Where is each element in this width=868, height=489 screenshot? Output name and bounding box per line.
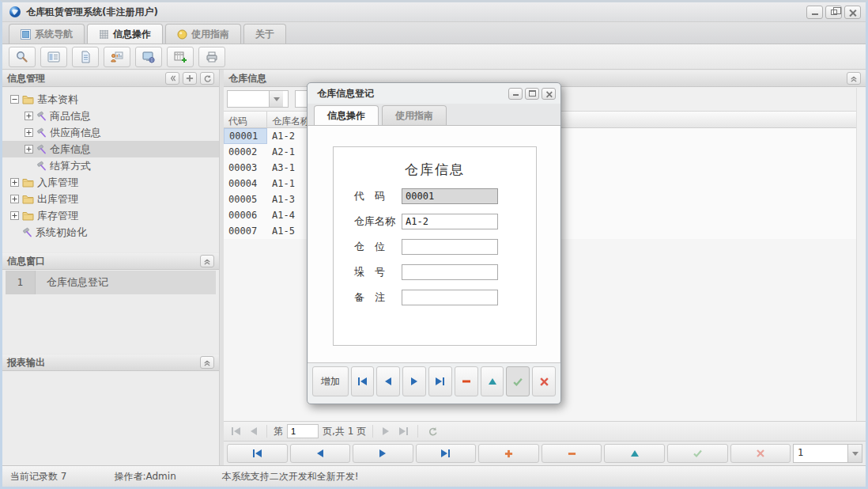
tree-node-outbound[interactable]: 出库管理: [2, 191, 219, 207]
record-save-button[interactable]: [667, 444, 728, 463]
printer-button[interactable]: [198, 47, 225, 67]
user-report-button[interactable]: [104, 47, 130, 67]
prev-record-button[interactable]: [376, 366, 400, 396]
tab-system-nav[interactable]: 系统导航: [9, 24, 85, 44]
last-page-icon: [399, 427, 406, 435]
filter-combo[interactable]: [227, 90, 289, 108]
slot-field[interactable]: [402, 239, 498, 255]
panel-title: 信息管理: [7, 72, 45, 85]
record-cancel-button[interactable]: [730, 444, 791, 463]
cell-code[interactable]: 00001: [224, 128, 267, 144]
last-record-button[interactable]: [428, 366, 452, 396]
record-first-button[interactable]: [227, 444, 288, 463]
tree-node-settlement[interactable]: 结算方式: [2, 157, 219, 174]
expand-box-icon[interactable]: [10, 211, 19, 220]
tab-label: 使用指南: [191, 28, 229, 41]
page-number-input[interactable]: [287, 424, 319, 438]
dialog-tab-info-operation[interactable]: 信息操作: [314, 105, 379, 125]
page-last-button[interactable]: [396, 427, 411, 435]
dialog-close-button[interactable]: [542, 88, 556, 100]
monitor-icon: [21, 29, 31, 40]
expand-box-icon[interactable]: [10, 195, 19, 203]
close-button[interactable]: [844, 6, 861, 19]
cell-code[interactable]: 00006: [224, 207, 267, 223]
record-delete-button[interactable]: [542, 444, 602, 463]
collapse-panel-button[interactable]: [847, 72, 861, 85]
restore-button[interactable]: [825, 6, 842, 19]
tab-about[interactable]: 关于: [243, 24, 286, 44]
confirm-button[interactable]: [506, 366, 530, 396]
expand-box-icon[interactable]: [10, 178, 19, 187]
dialog-maximize-button[interactable]: [525, 88, 539, 100]
record-edit-button[interactable]: [604, 444, 665, 463]
tab-user-guide[interactable]: 使用指南: [165, 24, 241, 44]
tree-node-system-init[interactable]: 系统初始化: [2, 224, 219, 241]
document-button[interactable]: [72, 47, 99, 67]
remark-field[interactable]: [402, 290, 498, 305]
refresh-button[interactable]: [200, 72, 214, 85]
add-button[interactable]: 增加: [312, 366, 349, 396]
expand-box-icon[interactable]: [25, 145, 33, 154]
expand-box-icon[interactable]: [25, 128, 33, 137]
minimize-button[interactable]: [806, 6, 823, 19]
tab-info-operation[interactable]: 信息操作: [87, 24, 163, 44]
collapse-panel-button[interactable]: [200, 356, 214, 369]
page-next-button[interactable]: [379, 427, 392, 435]
expand-box-icon[interactable]: [25, 112, 33, 120]
tree-node-label: 基本资料: [37, 93, 78, 107]
cell-code[interactable]: 00005: [224, 191, 267, 207]
info-window-panel-header: 信息窗口: [2, 252, 219, 270]
page-total-label: 页,共 1 页: [323, 425, 366, 438]
last-record-icon: [436, 377, 442, 385]
edit-record-button[interactable]: [481, 366, 504, 396]
list-item-index: 1: [6, 271, 36, 294]
tree-node-basic-data[interactable]: 基本资料: [2, 91, 219, 108]
record-count-combo[interactable]: 1: [793, 444, 862, 463]
cell-code[interactable]: 00003: [224, 160, 267, 176]
tree-node-supplier-info[interactable]: 供应商信息: [2, 124, 219, 141]
combo-dropdown-button[interactable]: [847, 445, 862, 462]
separator: [266, 425, 267, 438]
stack-number-field[interactable]: [402, 264, 498, 280]
grid-refresh-button[interactable]: [425, 426, 441, 437]
collapse-panel-button[interactable]: [165, 72, 179, 85]
cancel-icon: [539, 377, 549, 387]
cell-code[interactable]: 00004: [224, 176, 267, 191]
next-record-button[interactable]: [402, 366, 426, 396]
delete-record-button[interactable]: [455, 366, 478, 396]
tree-node-warehouse-info[interactable]: 仓库信息: [2, 141, 219, 157]
add-button[interactable]: [183, 72, 197, 85]
cell-code[interactable]: 00007: [224, 223, 267, 239]
collapse-box-icon[interactable]: [10, 95, 19, 104]
search-button[interactable]: [9, 47, 36, 67]
dialog-titlebar[interactable]: 仓库信息登记: [308, 83, 560, 104]
record-prev-button[interactable]: [290, 444, 351, 463]
chevron-double-up-icon: [203, 257, 211, 266]
tree-node-inventory[interactable]: 库存管理: [2, 207, 219, 224]
code-field[interactable]: [402, 188, 498, 204]
record-next-button[interactable]: [353, 444, 413, 463]
warehouse-name-field[interactable]: [402, 214, 498, 229]
combo-dropdown-button[interactable]: [269, 91, 283, 107]
tool-icon: [36, 161, 47, 171]
grid-scrollbar-gutter[interactable]: [856, 88, 866, 421]
column-header-code[interactable]: 代码: [224, 112, 267, 127]
list-item-warehouse-register[interactable]: 1 仓库信息登记: [6, 271, 216, 294]
tree-node-inbound[interactable]: 入库管理: [2, 174, 219, 191]
record-last-button[interactable]: [416, 444, 477, 463]
page-first-button[interactable]: [228, 427, 243, 435]
folder-icon: [22, 194, 34, 204]
separator: [417, 425, 418, 438]
form-view-button[interactable]: [40, 47, 67, 67]
dialog-tab-user-guide[interactable]: 使用指南: [382, 105, 447, 125]
table-add-button[interactable]: [167, 47, 194, 67]
cancel-button[interactable]: [532, 366, 556, 396]
page-prev-button[interactable]: [247, 427, 260, 435]
tree-node-goods-info[interactable]: 商品信息: [2, 108, 219, 124]
collapse-panel-button[interactable]: [200, 255, 214, 267]
record-add-button[interactable]: [478, 444, 539, 463]
dialog-minimize-button[interactable]: [508, 88, 523, 100]
monitor-globe-button[interactable]: [135, 47, 162, 67]
cell-code[interactable]: 00002: [224, 144, 267, 160]
first-record-button[interactable]: [351, 366, 375, 396]
